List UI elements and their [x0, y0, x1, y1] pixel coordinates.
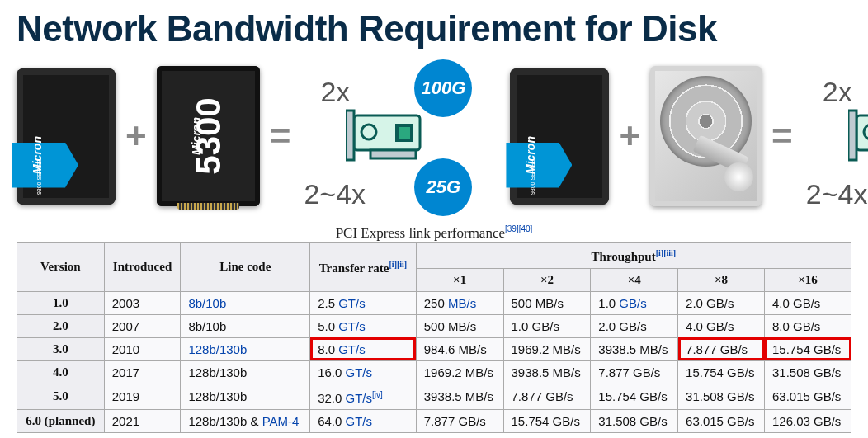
- ref-39[interactable]: [39]: [505, 224, 519, 233]
- group-ssd-hdd: Micron 9300 SERIES + = 2x 25G 2~4x 10G: [510, 58, 868, 214]
- table-caption: PCI Express link performance[39][40]: [17, 221, 851, 242]
- cell-throughput: 31.508 GB/s: [678, 384, 765, 409]
- col-introduced: Introduced: [104, 242, 181, 291]
- col-version: Version: [17, 242, 105, 291]
- cell-throughput: 4.0 GB/s: [764, 291, 851, 314]
- cell-version: 4.0: [17, 360, 105, 384]
- link-gbs[interactable]: GB/s: [619, 296, 646, 310]
- svg-rect-3: [399, 127, 410, 139]
- diagram-row: Micron 9300 SERIES + Micron 5300 = 2x 10…: [17, 58, 851, 214]
- ssd-5300-icon: Micron 5300: [157, 66, 260, 206]
- nic-card-icon: [346, 109, 424, 167]
- ref-iii[interactable]: [iii]: [663, 248, 676, 257]
- link-8b10b[interactable]: 8b/10b: [188, 296, 226, 310]
- col-transfer-label: Transfer rate: [319, 261, 389, 275]
- link-pam4[interactable]: PAM-4: [262, 414, 300, 428]
- cell-throughput: 7.877 GB/s: [503, 384, 591, 409]
- table-row: 4.02017128b/130b16.0 GT/s1969.2 MB/s3938…: [17, 360, 851, 384]
- cell-transfer-rate: 16.0 GT/s: [310, 360, 417, 384]
- ssd-9300-icon: Micron 9300 SERIES: [510, 68, 609, 205]
- col-linecode: Line code: [181, 242, 310, 291]
- table-row: 6.0 (planned)2021128b/130b & PAM-464.0 G…: [17, 409, 851, 432]
- cell-throughput: 250 MB/s: [416, 291, 503, 314]
- cell-throughput: 3938.5 MB/s: [591, 337, 678, 360]
- col-x16: ×16: [764, 268, 851, 291]
- cell-linecode: 8b/10b: [181, 314, 310, 337]
- ref-i[interactable]: [i]: [656, 248, 663, 257]
- cell-transfer-rate: 2.5 GT/s: [310, 291, 417, 314]
- cell-throughput: 7.877 GB/s: [416, 409, 503, 432]
- cell-throughput: 1969.2 MB/s: [503, 337, 591, 360]
- ref-ii[interactable]: [ii]: [397, 260, 407, 269]
- table-row: 1.020038b/10b2.5 GT/s250 MB/s500 MB/s1.0…: [17, 291, 851, 314]
- cell-throughput: 500 MB/s: [416, 314, 503, 337]
- table-row: 5.02019128b/130b32.0 GT/s[iv]3938.5 MB/s…: [17, 384, 851, 409]
- cell-throughput: 15.754 GB/s: [503, 409, 591, 432]
- cell-year: 2017: [104, 360, 181, 384]
- ref-iv[interactable]: [iv]: [372, 390, 383, 399]
- cell-year: 2019: [104, 384, 181, 409]
- hdd-icon: [650, 66, 762, 206]
- col-x8: ×8: [678, 268, 765, 291]
- cell-throughput: 2.0 GB/s: [591, 314, 678, 337]
- table-caption-text: PCI Express link performance: [336, 225, 505, 241]
- link-mbs[interactable]: MB/s: [448, 296, 476, 310]
- link-gts[interactable]: GT/s: [335, 296, 366, 310]
- nic-result-left: 2x 100G 2~4x 25G: [300, 58, 474, 214]
- equals-icon: =: [265, 118, 296, 154]
- cell-version: 3.0: [17, 337, 105, 360]
- svg-rect-1: [346, 111, 354, 160]
- multiplier-top: 2x: [823, 76, 852, 108]
- cell-throughput: 31.508 GB/s: [764, 360, 851, 384]
- link-128b130b[interactable]: 128b/130b: [188, 342, 247, 356]
- badge-25g: 25G: [414, 158, 472, 216]
- nic-result-right: 2x 25G 2~4x 10G: [803, 58, 868, 214]
- cell-throughput: 15.754 GB/s: [678, 360, 765, 384]
- cell-linecode: 128b/130b & PAM-4: [181, 409, 310, 432]
- cell-linecode: 128b/130b: [181, 384, 310, 409]
- link-gts[interactable]: GT/s: [342, 365, 372, 379]
- cell-transfer-rate: 5.0 GT/s: [310, 314, 417, 337]
- col-x2: ×2: [503, 268, 591, 291]
- cell-throughput: 3938.5 MB/s: [503, 360, 591, 384]
- link-gts[interactable]: GT/s: [335, 319, 366, 333]
- cell-throughput: 31.508 GB/s: [591, 409, 678, 432]
- cell-throughput: 3938.5 MB/s: [416, 384, 503, 409]
- cell-throughput: 15.754 GB/s: [764, 337, 851, 360]
- ssd-series: 9300 SERIES: [531, 158, 536, 194]
- cell-throughput: 63.015 GB/s: [678, 409, 765, 432]
- link-gts[interactable]: GT/s: [342, 391, 372, 405]
- col-transfer: Transfer rate[i][ii]: [310, 242, 417, 291]
- svg-rect-7: [848, 111, 856, 160]
- ref-40[interactable]: [40]: [519, 224, 533, 233]
- svg-rect-5: [370, 150, 416, 158]
- plus-icon: +: [120, 118, 152, 154]
- multiplier-bottom: 2~4x: [304, 178, 366, 210]
- cell-year: 2003: [104, 291, 181, 314]
- cell-throughput: 1.0 GB/s: [503, 314, 591, 337]
- nic-card-icon: [848, 109, 868, 167]
- cell-throughput: 4.0 GB/s: [678, 314, 765, 337]
- table-row: 3.02010128b/130b8.0 GT/s984.6 MB/s1969.2…: [17, 337, 851, 360]
- cell-throughput: 15.754 GB/s: [591, 384, 678, 409]
- col-x1: ×1: [416, 268, 503, 291]
- ref-i[interactable]: [i]: [389, 260, 397, 269]
- page-title: Network Bandwidth Requirement for Disk: [17, 8, 851, 49]
- cell-year: 2010: [104, 337, 181, 360]
- multiplier-bottom: 2~4x: [806, 178, 868, 210]
- cell-throughput: 126.03 GB/s: [764, 409, 851, 432]
- cell-throughput: 7.877 GB/s: [678, 337, 765, 360]
- svg-rect-6: [856, 115, 868, 150]
- cell-throughput: 63.015 GB/s: [764, 384, 851, 409]
- cell-transfer-rate: 64.0 GT/s: [310, 409, 417, 432]
- link-gts[interactable]: GT/s: [342, 414, 372, 428]
- link-gts[interactable]: GT/s: [335, 342, 366, 356]
- cell-throughput: 1969.2 MB/s: [416, 360, 503, 384]
- cell-throughput: 500 MB/s: [503, 291, 591, 314]
- equals-icon: =: [767, 118, 798, 154]
- cell-version: 1.0: [17, 291, 105, 314]
- col-throughput: Throughput[i][iii]: [416, 242, 851, 268]
- ssd-series: 9300 SERIES: [36, 158, 42, 194]
- cell-transfer-rate: 8.0 GT/s: [310, 337, 417, 360]
- cell-linecode: 128b/130b: [181, 337, 310, 360]
